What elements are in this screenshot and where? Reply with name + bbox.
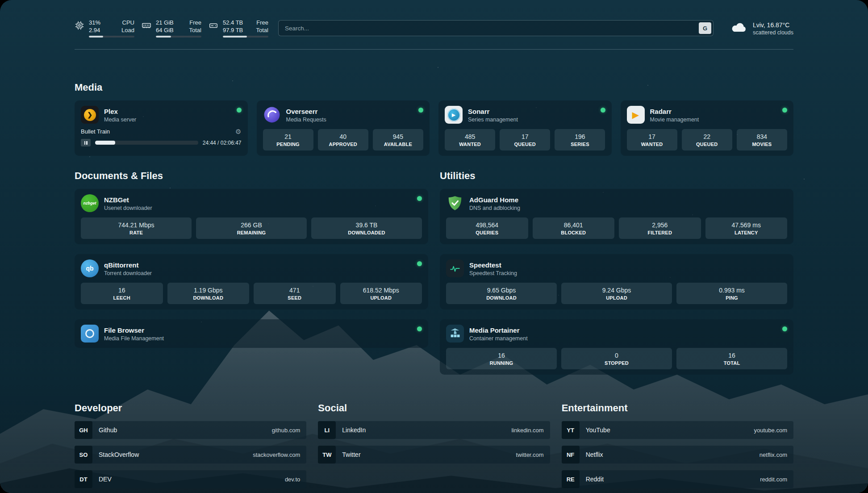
stat-seed: 471SEED — [254, 283, 336, 304]
app-card-adguard[interactable]: AdGuard Home DNS and adblocking 498,564Q… — [440, 189, 793, 244]
stat-series: 196SERIES — [555, 129, 605, 150]
status-dot — [601, 108, 605, 113]
system-stats: 31%CPU 2.94Load 21 GiBFree 64 GiBTotal — [75, 19, 268, 38]
section-title-social: Social — [318, 402, 550, 414]
stat-running: 16RUNNING — [446, 348, 557, 369]
cpu-load-value: 2.94 — [89, 26, 100, 34]
stat-queued: 22QUEUED — [682, 129, 732, 150]
stat-leech: 16LEECH — [81, 283, 163, 304]
search-engine-button[interactable]: G — [699, 22, 711, 34]
status-dot — [782, 108, 787, 113]
app-title: Plex — [104, 107, 136, 116]
status-dot — [782, 326, 787, 331]
app-title: Overseerr — [286, 107, 326, 116]
snow-specks — [0, 0, 1, 1]
bookmark-github[interactable]: GH Github github.com — [75, 421, 306, 439]
app-title: qBittorrent — [104, 261, 152, 270]
app-card-nzbget[interactable]: nzbget NZBGet Usenet downloader 744.21 M… — [75, 189, 428, 244]
stat-approved: 40APPROVED — [318, 129, 368, 150]
weather-location: Lviv, 16.87°C — [753, 21, 793, 29]
media-grid: ❯ Plex Media server Bullet Train ⚙ 24:44… — [75, 100, 793, 156]
twitter-icon: TW — [318, 446, 336, 464]
search-input[interactable] — [278, 20, 714, 36]
stat-download: 1.19 GbpsDOWNLOAD — [167, 283, 250, 304]
pause-button[interactable] — [81, 139, 91, 146]
stat-queued: 17QUEUED — [500, 129, 550, 150]
ram-widget: 21 GiBFree 64 GiBTotal — [142, 19, 201, 38]
stat-remaining: 266 GBREMAINING — [196, 217, 307, 239]
cpu-label: CPU — [122, 19, 134, 26]
radarr-icon: ▶ — [627, 106, 645, 124]
stat-download: 9.65 GbpsDOWNLOAD — [446, 283, 557, 304]
section-title-developer: Developer — [75, 402, 306, 414]
stat-upload: 618.52 MbpsUPLOAD — [340, 283, 422, 304]
app-subtitle: Usenet downloader — [104, 205, 152, 211]
ram-free-label: Free — [189, 19, 201, 26]
sonarr-icon: ▶ — [445, 106, 463, 124]
app-card-radarr[interactable]: ▶ Radarr Movie management 17WANTED 22QUE… — [621, 100, 794, 156]
bookmark-group-entertainment: Entertainment YT YouTube youtube.com NF … — [562, 402, 793, 488]
stat-wanted: 485WANTED — [445, 129, 495, 150]
stat-ping: 0.993 msPING — [676, 283, 787, 304]
cloud-icon — [730, 21, 747, 35]
playback-progressbar — [95, 141, 198, 145]
top-bar: 31%CPU 2.94Load 21 GiBFree 64 GiBTotal — [75, 0, 793, 38]
ram-progressbar — [156, 36, 201, 38]
ram-free-value: 21 GiB — [156, 19, 174, 26]
bookmark-linkedin[interactable]: LI LinkedIn linkedin.com — [318, 421, 550, 439]
speedtest-icon — [446, 259, 464, 277]
cpu-icon — [75, 21, 84, 38]
cpu-widget: 31%CPU 2.94Load — [75, 19, 134, 38]
playback-time: 24:44 / 02:06:47 — [203, 140, 242, 146]
app-subtitle: Media server — [104, 117, 136, 123]
section-title-media: Media — [75, 82, 793, 93]
gear-icon[interactable]: ⚙ — [235, 128, 241, 135]
documents-column: Documents & Files nzbget NZBGet Usenet d… — [75, 170, 428, 375]
stackoverflow-icon: SO — [75, 446, 92, 464]
weather-widget[interactable]: Lviv, 16.87°C scattered clouds — [730, 21, 793, 36]
app-card-filebrowser[interactable]: File Browser Media File Management — [75, 319, 428, 348]
bookmark-stackoverflow[interactable]: SO StackOverflow stackoverflow.com — [75, 446, 306, 464]
bookmark-group-social: Social LI LinkedIn linkedin.com TW Twitt… — [318, 402, 550, 488]
status-dot — [417, 261, 422, 266]
status-dot — [237, 108, 242, 113]
status-dot — [418, 108, 423, 113]
ram-icon — [142, 21, 151, 38]
app-title: Speedtest — [469, 261, 517, 270]
netflix-icon: NF — [562, 446, 580, 464]
app-title: Sonarr — [468, 107, 518, 116]
github-icon: GH — [75, 421, 92, 439]
status-dot — [417, 196, 422, 201]
app-title: Radarr — [650, 107, 699, 116]
stat-latency: 47.569 msLATENCY — [705, 217, 788, 239]
app-subtitle: Media Requests — [286, 117, 326, 123]
app-card-speedtest[interactable]: Speedtest Speedtest Tracking 9.65 GbpsDO… — [440, 254, 793, 309]
app-card-sonarr[interactable]: ▶ Sonarr Series management 485WANTED 17Q… — [438, 100, 612, 156]
filebrowser-icon — [81, 325, 99, 343]
app-title: AdGuard Home — [469, 196, 520, 205]
disk-total-value: 97.9 TB — [223, 26, 243, 34]
cpu-usage-value: 31% — [89, 19, 100, 26]
app-card-plex[interactable]: ❯ Plex Media server Bullet Train ⚙ 24:44… — [75, 100, 248, 156]
bookmark-netflix[interactable]: NF Netflix netflix.com — [562, 446, 793, 464]
section-title-entertainment: Entertainment — [562, 402, 793, 414]
bookmark-group-developer: Developer GH Github github.com SO StackO… — [75, 402, 306, 488]
qbittorrent-icon: qb — [81, 259, 99, 277]
app-card-overseerr[interactable]: Overseerr Media Requests 21PENDING 40APP… — [257, 100, 430, 156]
app-subtitle: Series management — [468, 117, 518, 123]
disk-free-label: Free — [256, 19, 268, 26]
app-card-qbittorrent[interactable]: qb qBittorrent Torrent downloader 16LEEC… — [75, 254, 428, 309]
app-card-portainer[interactable]: Media Portainer Container management 16R… — [440, 319, 793, 375]
section-title-documents: Documents & Files — [75, 170, 428, 182]
bookmark-youtube[interactable]: YT YouTube youtube.com — [562, 421, 793, 439]
stat-wanted: 17WANTED — [627, 129, 677, 150]
utilities-column: Utilities — [440, 170, 793, 375]
search-bar: G — [278, 20, 714, 36]
bookmark-twitter[interactable]: TW Twitter twitter.com — [318, 446, 550, 464]
stat-filtered: 2,956FILTERED — [619, 217, 701, 239]
bookmark-dev[interactable]: DT DEV dev.to — [75, 470, 306, 488]
bookmark-reddit[interactable]: RE Reddit reddit.com — [562, 470, 793, 488]
stat-upload: 9.24 GbpsUPLOAD — [561, 283, 672, 304]
stat-available: 945AVAILABLE — [373, 129, 423, 150]
ram-total-value: 64 GiB — [156, 26, 174, 34]
